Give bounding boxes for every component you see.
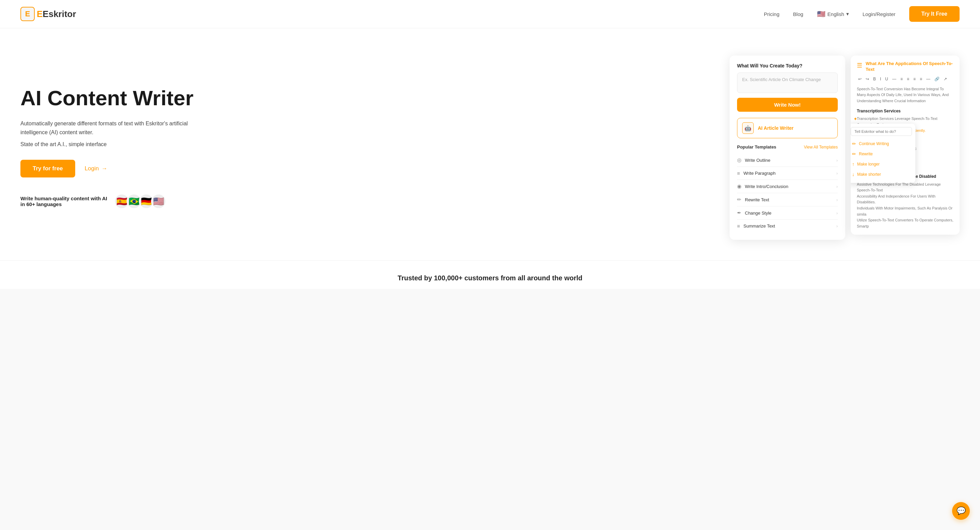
toolbar-button[interactable]: ↪	[864, 76, 870, 82]
logo-name: EEskritor	[37, 9, 76, 19]
template-label: Write Intro/Conclusion	[745, 184, 788, 189]
toolbar-button[interactable]: —	[925, 76, 932, 82]
templates-list: ◎ Write Outline › ≡ Write Paragraph › ◉ …	[737, 153, 838, 232]
section7-text1: Assistive Technologies For The Disabled …	[857, 182, 953, 193]
languages-text: Write human-quality content with AI in 6…	[21, 196, 109, 207]
hero-section: AI Content Writer Automatically generate…	[0, 28, 980, 260]
rewrite-option[interactable]: ✏ Rewrite	[851, 149, 915, 159]
writer-card: What Will You Create Today? Ex. Scientif…	[730, 56, 845, 240]
toolbar-button[interactable]: ≡	[905, 76, 911, 82]
editor-card: ☰ What Are The Applications Of Speech-To…	[851, 56, 959, 235]
templates-header: Popular Templates View All Templates	[737, 144, 838, 150]
hero-description: Automatically generate different formats…	[21, 119, 211, 137]
logo[interactable]: E EEskritor	[21, 7, 76, 21]
section1-title: Transcription Services	[857, 108, 953, 115]
ai-article-writer-feature[interactable]: 🤖 AI Article Writer	[737, 118, 838, 138]
toolbar-button[interactable]: I	[878, 76, 882, 82]
toolbar-button[interactable]: ≡	[912, 76, 917, 82]
template-item[interactable]: ✏ Rewrite Text ›	[737, 193, 838, 206]
template-item[interactable]: ◉ Write Intro/Conclusion ›	[737, 180, 838, 193]
hero-right: What Will You Create Today? Ex. Scientif…	[730, 56, 959, 240]
templates-title: Popular Templates	[737, 144, 776, 150]
flags-row: 🇪🇸 🇧🇷 🇩🇪 🇺🇸	[115, 194, 166, 209]
template-label: Change Style	[745, 211, 772, 216]
arrow-up-icon: ↑	[852, 161, 854, 167]
nav-blog[interactable]: Blog	[793, 11, 803, 17]
language-label: English	[827, 11, 844, 17]
login-label: Login	[85, 165, 99, 172]
continue-writing-label: Continue Writing	[859, 141, 889, 146]
editor-title: What Are The Applications Of Speech-To-T…	[865, 61, 953, 73]
toolbar-button[interactable]: 🔗	[933, 76, 941, 82]
toolbar-button[interactable]: U	[884, 76, 889, 82]
chevron-right-icon: ›	[837, 223, 838, 228]
template-item[interactable]: ≡ Write Paragraph ›	[737, 167, 838, 180]
nav-login[interactable]: Login/Register	[862, 11, 896, 17]
language-flag: 🇺🇸	[817, 10, 826, 18]
template-item[interactable]: ✒ Change Style ›	[737, 206, 838, 220]
arrow-icon: →	[102, 165, 107, 172]
toolbar-button[interactable]: —	[891, 76, 898, 82]
write-now-button[interactable]: Write Now!	[737, 98, 838, 112]
writer-card-input[interactable]: Ex. Scientific Article On Climate Change	[737, 73, 838, 93]
toolbar-button[interactable]: ↗	[942, 76, 948, 82]
nav-language[interactable]: 🇺🇸 English ▾	[817, 10, 849, 18]
pencil-icon: ✏	[852, 141, 856, 147]
view-all-templates[interactable]: View All Templates	[804, 145, 838, 150]
editor-header: ☰ What Are The Applications Of Speech-To…	[857, 61, 953, 73]
trusted-section: Trusted by 100,000+ customers from all a…	[0, 260, 980, 289]
chevron-right-icon: ›	[837, 158, 838, 163]
template-icon: ✒	[737, 210, 741, 216]
template-item[interactable]: ≡ Summarize Text ›	[737, 220, 838, 232]
section7-text2: Accessibility And Independence For Users…	[857, 193, 953, 205]
logo-icon: E	[21, 7, 35, 21]
template-icon: ◎	[737, 157, 741, 163]
toolbar-button[interactable]: B	[872, 76, 877, 82]
template-label: Rewrite Text	[745, 197, 769, 202]
template-icon: ✏	[737, 196, 741, 203]
section7-text3: Individuals With Motor Impairments, Such…	[857, 205, 953, 217]
ai-popup: ✏ Continue Writing ✏ Rewrite ↑ Make long…	[851, 124, 915, 183]
nav-links: Pricing Blog 🇺🇸 English ▾ Login/Register…	[764, 6, 959, 22]
toolbar-button[interactable]: ≡	[918, 76, 924, 82]
hero-title: AI Content Writer	[21, 86, 211, 110]
toolbar-button[interactable]: ↩	[857, 76, 863, 82]
ai-popup-input[interactable]	[851, 127, 912, 136]
editor-intro: Speech-To-Text Conversion Has Become Int…	[857, 86, 953, 104]
rewrite-icon: ✏	[852, 151, 856, 157]
sparkle-icon: ✦	[853, 116, 858, 121]
writer-card-title: What Will You Create Today?	[737, 63, 838, 69]
template-label: Write Paragraph	[743, 171, 775, 176]
template-label: Summarize Text	[743, 223, 775, 228]
rewrite-label: Rewrite	[859, 152, 873, 156]
template-icon: ≡	[737, 223, 740, 229]
template-icon: ≡	[737, 170, 740, 176]
template-label: Write Outline	[745, 158, 770, 163]
continue-writing-option[interactable]: ✏ Continue Writing	[851, 139, 915, 149]
toolbar-button[interactable]: ≡	[899, 76, 904, 82]
make-longer-label: Make longer	[857, 162, 880, 166]
chevron-right-icon: ›	[837, 197, 838, 202]
nav-pricing[interactable]: Pricing	[764, 11, 780, 17]
chevron-right-icon: ›	[837, 184, 838, 189]
trusted-text: Trusted by 100,000+ customers from all a…	[21, 274, 959, 282]
make-longer-option[interactable]: ↑ Make longer	[851, 159, 915, 169]
feature-label: AI Article Writer	[758, 125, 794, 131]
chevron-right-icon: ›	[837, 211, 838, 216]
make-shorter-label: Make shorter	[857, 172, 881, 177]
editor-toolbar: ↩↪BIU—≡≡≡≡—🔗↗	[857, 76, 953, 82]
arrow-down-icon: ↓	[852, 172, 854, 177]
template-item[interactable]: ◎ Write Outline ›	[737, 153, 838, 167]
login-button[interactable]: Login →	[85, 165, 108, 172]
nav-try-free-button[interactable]: Try It Free	[909, 6, 959, 22]
hero-left: AI Content Writer Automatically generate…	[21, 86, 211, 209]
hero-buttons: Try for free Login →	[21, 160, 211, 177]
section7-text4: Utilize Speech-To-Text Converters To Ope…	[857, 217, 953, 229]
ai-icon: 🤖	[742, 122, 754, 134]
make-shorter-option[interactable]: ↓ Make shorter	[851, 169, 915, 179]
try-free-button[interactable]: Try for free	[21, 160, 75, 177]
chevron-right-icon: ›	[837, 171, 838, 176]
menu-icon: ☰	[857, 62, 862, 69]
chevron-down-icon: ▾	[846, 11, 849, 17]
navbar: E EEskritor Pricing Blog 🇺🇸 English ▾ Lo…	[0, 0, 980, 28]
